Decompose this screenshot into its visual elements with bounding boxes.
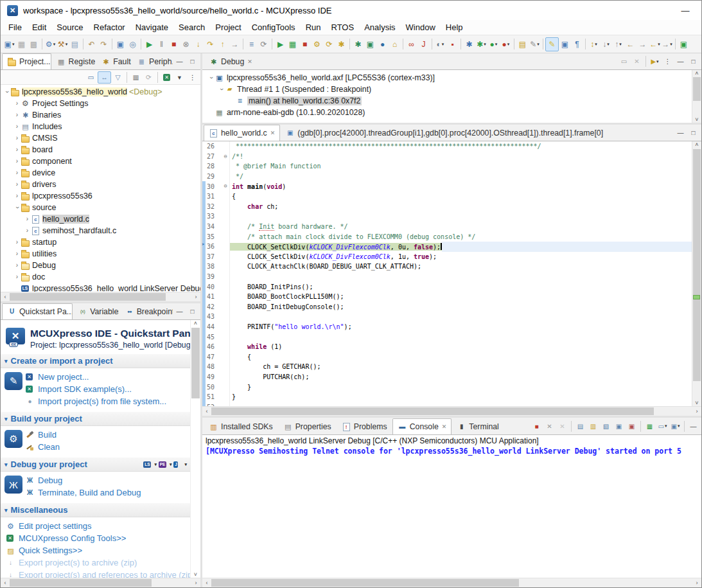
open-element-icon[interactable]: ▣ bbox=[114, 38, 127, 51]
mark-occurrences-icon[interactable]: ✎ bbox=[545, 37, 559, 51]
section-collapse-icon[interactable]: ▾ bbox=[4, 358, 8, 364]
code-line-36[interactable]: ➤36 CLOCK_SetClkDiv(kCLOCK_DivFlexcom0Cl… bbox=[202, 242, 692, 252]
scroll-thumb[interactable] bbox=[693, 77, 701, 101]
code-line-45[interactable]: 45 bbox=[202, 332, 692, 342]
tree-item-project-settings[interactable]: ›Project Settings bbox=[1, 98, 200, 109]
filter-icon[interactable]: ▽ bbox=[112, 72, 124, 83]
memory-tool-icon[interactable]: ◐▾ bbox=[434, 38, 446, 51]
step-return-icon[interactable]: ↑ bbox=[216, 38, 229, 51]
run-icon[interactable]: ▶ bbox=[274, 38, 286, 51]
code-line-50[interactable]: 50 } bbox=[202, 382, 692, 392]
collapse-all-icon[interactable]: ▭ bbox=[85, 72, 97, 83]
section-collapse-icon[interactable]: ▾ bbox=[4, 507, 8, 513]
search-icon[interactable]: ◎ bbox=[127, 38, 139, 51]
tab-faults[interactable]: Faults bbox=[96, 53, 132, 69]
minimize-view-icon[interactable]: — bbox=[173, 55, 186, 68]
tree-chevron-icon[interactable]: › bbox=[13, 158, 21, 165]
jlink-trace-icon[interactable]: J bbox=[417, 38, 430, 51]
show-stdout-icon[interactable]: ▣ bbox=[613, 420, 625, 432]
tree-item-cmsis[interactable]: ›CMSIS bbox=[1, 132, 200, 144]
redo-icon[interactable]: ↷ bbox=[98, 38, 110, 51]
instruction-stepping-icon[interactable]: → bbox=[229, 38, 241, 51]
new-debug-config-icon[interactable]: ✱ bbox=[463, 38, 475, 51]
scroll-down-icon[interactable]: ˅ bbox=[692, 400, 701, 406]
code-line-31[interactable]: 31{ bbox=[202, 192, 692, 202]
tree-item-startup[interactable]: ›startup bbox=[1, 236, 200, 248]
tree-chevron-icon[interactable]: › bbox=[14, 204, 21, 211]
menu-run[interactable]: Run bbox=[301, 21, 326, 34]
console-output[interactable]: [MCUXpresso Semihosting Telnet console f… bbox=[202, 446, 701, 578]
maximize-editor-icon[interactable]: □ bbox=[687, 127, 699, 139]
quickstart-link-terminate-build-and-debug[interactable]: Terminate, Build and Debug bbox=[25, 486, 141, 499]
menu-navigate[interactable]: Navigate bbox=[130, 21, 173, 34]
menu-window[interactable]: Window bbox=[401, 21, 441, 34]
tree-item-includes[interactable]: ›Includes bbox=[1, 121, 200, 132]
debug-tree-item[interactable]: ›lpcxpresso55s36_hello_world.axf [LPC55S… bbox=[202, 72, 692, 84]
code-line-27[interactable]: 27⊖/*! bbox=[202, 152, 692, 162]
show-stderr-icon[interactable]: ▣ bbox=[626, 420, 638, 432]
tree-chevron-icon[interactable]: › bbox=[13, 274, 21, 280]
pin-console-icon[interactable]: ▦ bbox=[644, 420, 656, 432]
section-header-debug-your-project[interactable]: ▾Debug your project▾▾▾ bbox=[1, 457, 191, 472]
view-menu-icon[interactable]: ⋮ bbox=[662, 55, 674, 68]
code-line-32[interactable]: 32 char ch; bbox=[202, 202, 692, 212]
save-icon[interactable]: ▦ bbox=[15, 38, 28, 51]
quickstart-link-debug[interactable]: Debug bbox=[25, 474, 141, 486]
tab--gdb-0-proc-42000-threadgroup-i1-gdb-0-proc-42000-osthread-1-thread-1-frame-0-[interactable]: (gdb[0].proc[42000].threadGroup[i1],gdb[… bbox=[280, 125, 608, 141]
tree-item-source[interactable]: ›source bbox=[1, 202, 200, 213]
scroll-right-icon[interactable]: › bbox=[692, 408, 701, 414]
tree-item-lpcxpresso55s36-hello-world[interactable]: ›lpcxpresso55s36_hello_world<Debug> bbox=[1, 86, 200, 98]
go-into-icon[interactable]: →▾ bbox=[661, 38, 673, 51]
step-into-icon[interactable]: ↓ bbox=[192, 38, 204, 51]
undo-icon[interactable]: ↶ bbox=[85, 38, 98, 51]
scroll-right-icon[interactable]: › bbox=[692, 580, 701, 586]
scroll-up-icon[interactable]: ˄ bbox=[191, 320, 200, 326]
disconnect-icon[interactable]: ⊗ bbox=[180, 38, 192, 51]
tree-item-component[interactable]: ›component bbox=[1, 156, 200, 167]
close-tab-icon[interactable]: ✕ bbox=[247, 58, 252, 65]
home-icon[interactable]: ⌂ bbox=[389, 38, 401, 51]
tree-item-drivers[interactable]: ›drivers bbox=[1, 179, 200, 190]
code-line-28[interactable]: 28 * @brief Main function bbox=[202, 161, 692, 172]
code-editor[interactable]: 26 *************************************… bbox=[202, 141, 692, 406]
quickstart-vscrollbar[interactable]: ˄ ˅ bbox=[190, 320, 200, 578]
debug-vscrollbar[interactable]: ˄ ˅ bbox=[692, 70, 701, 123]
next-annotation-icon[interactable]: ↓▾ bbox=[600, 38, 612, 51]
quickstart-link-clean[interactable]: Clean bbox=[25, 441, 60, 453]
scroll-up-icon[interactable]: ˄ bbox=[692, 141, 701, 148]
maximize-view-icon[interactable]: □ bbox=[186, 55, 198, 68]
link-with-editor-icon[interactable]: ↔ bbox=[98, 71, 111, 84]
open-console-icon[interactable]: ▣▾ bbox=[669, 420, 681, 432]
minimize-view-icon[interactable]: — bbox=[173, 305, 186, 318]
tab-quickstart-pa-[interactable]: Quickstart Pa...✕ bbox=[2, 303, 73, 319]
scroll-thumb[interactable] bbox=[10, 293, 166, 301]
scroll-thumb[interactable] bbox=[191, 328, 200, 398]
scroll-down-icon[interactable]: ˅ bbox=[191, 571, 200, 578]
quickstart-link-build[interactable]: Build bbox=[25, 429, 60, 441]
open-resource-icon[interactable]: ▤ bbox=[516, 38, 529, 51]
tree-chevron-icon[interactable]: › bbox=[24, 227, 31, 234]
code-line-33[interactable]: 33 bbox=[202, 211, 692, 222]
dropdown-arrow-icon[interactable]: ▾ bbox=[154, 462, 157, 467]
section-header-create-or-import-a-project[interactable]: ▾Create or import a project bbox=[1, 353, 191, 368]
sync-icon[interactable]: ⟳ bbox=[143, 72, 155, 83]
minimize-editor-icon[interactable]: — bbox=[674, 127, 687, 139]
tree-chevron-icon[interactable]: › bbox=[4, 89, 10, 96]
watchpoint-icon[interactable]: ▪ bbox=[446, 38, 459, 51]
scroll-track[interactable] bbox=[10, 578, 191, 587]
code-line-44[interactable]: 44 PRINTF("hello world.\r\n"); bbox=[202, 322, 692, 332]
close-tab-icon[interactable]: ✕ bbox=[270, 130, 276, 136]
code-line-39[interactable]: 39 bbox=[202, 272, 692, 282]
minimize-view-icon[interactable]: — bbox=[674, 55, 687, 68]
tree-chevron-icon[interactable]: › bbox=[13, 123, 21, 130]
quickstart-link-quick-settings-[interactable]: Quick Settings>> bbox=[6, 544, 195, 557]
remove-terminated-icon[interactable]: ✕ bbox=[631, 55, 643, 68]
scroll-left-icon[interactable]: ‹ bbox=[202, 408, 211, 414]
quickstart-link-edit-project-settings[interactable]: Edit project settings bbox=[6, 520, 195, 532]
tree-chevron-icon[interactable]: › bbox=[218, 86, 225, 93]
dropdown-arrow-icon[interactable]: ▾ bbox=[170, 462, 172, 467]
terminate-console-icon[interactable]: ■ bbox=[531, 420, 543, 432]
code-line-38[interactable]: 38 CLOCK_AttachClk(BOARD_DEBUG_UART_CLK_… bbox=[202, 262, 692, 272]
sort-members-icon[interactable]: ↕▾ bbox=[588, 38, 600, 51]
scroll-left-icon[interactable]: ‹ bbox=[1, 294, 10, 300]
